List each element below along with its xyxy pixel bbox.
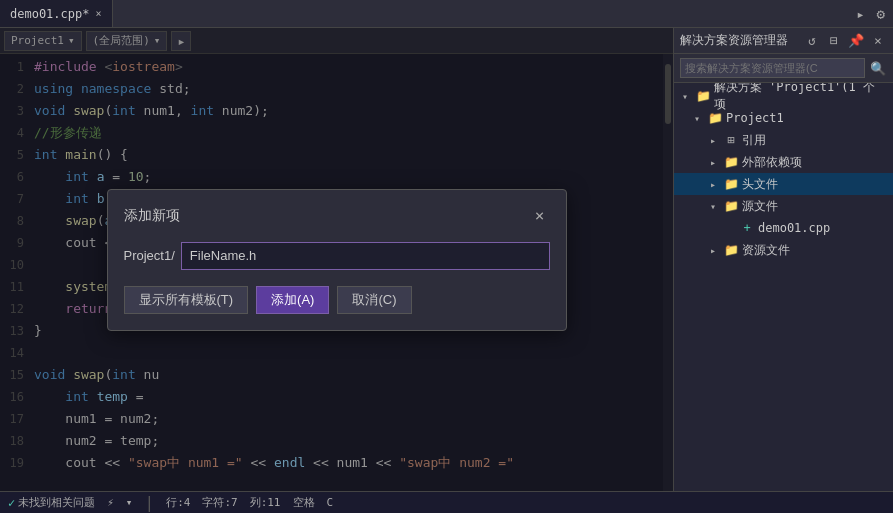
modal-path-label: Project1/ [124,248,175,263]
modal-footer: 显示所有模板(T) 添加(A) 取消(C) [124,286,550,314]
ref-icon: ⊞ [724,133,738,147]
tree-item-sources[interactable]: ▾ 📁 源文件 [674,195,893,217]
modal-body: Project1/ [124,242,550,270]
cancel-btn[interactable]: 取消(C) [337,286,411,314]
headers-folder-icon: 📁 [724,177,738,191]
add-btn[interactable]: 添加(A) [256,286,329,314]
status-sep1: | [144,493,154,512]
tree-item-extern[interactable]: ▸ 📁 外部依赖项 [674,151,893,173]
editor-tab[interactable]: demo01.cpp* × [0,0,113,27]
plus-icon: + [740,221,754,235]
ref-label: 引用 [742,132,766,149]
col-label: 字符:7 [202,495,237,510]
status-merge-icon: ⚡ [107,496,114,509]
sources-folder-icon: 📁 [724,199,738,213]
solution-folder-icon: 📁 [696,89,710,103]
tree-item-ref[interactable]: ▸ ⊞ 引用 [674,129,893,151]
sync-icon[interactable]: ↺ [803,32,821,50]
solution-label: 解决方案 'Project1'(1 个项 [714,83,885,113]
expand-headers-icon: ▸ [710,179,720,190]
status-check-label: 未找到相关问题 [18,495,95,510]
modal-overlay: 添加新项 × Project1/ 显示所有模板(T) 添加(A) 取消(C) [0,28,673,491]
expand-extern-icon: ▸ [710,157,720,168]
status-col: 字符:7 [202,495,237,510]
extern-label: 外部依赖项 [742,154,802,171]
search-area: 🔍 [674,54,893,83]
resources-label: 资源文件 [742,242,790,259]
solution-explorer-title: 解决方案资源管理器 [680,32,788,49]
search-icon[interactable]: 🔍 [869,59,887,77]
modal-header: 添加新项 × [124,206,550,226]
tree-item-solution[interactable]: ▾ 📁 解决方案 'Project1'(1 个项 [674,85,893,107]
solution-explorer-header: 解决方案资源管理器 ↺ ⊟ 📌 × [674,28,893,54]
tab-close-btn[interactable]: × [95,8,101,19]
tree-item-headers[interactable]: ▸ 📁 头文件 [674,173,893,195]
pin-icon[interactable]: 📌 [847,32,865,50]
status-pos: 列:11 [250,495,281,510]
expand-resources-icon: ▸ [710,245,720,256]
solution-tree: ▾ 📁 解决方案 'Project1'(1 个项 ▾ 📁 Project1 ▸ … [674,83,893,491]
status-row: 行:4 [166,495,190,510]
solution-search-input[interactable] [680,58,865,78]
panel-actions: ↺ ⊟ 📌 × [803,32,887,50]
tab-bar: demo01.cpp* × ▸ ⚙ [0,0,893,28]
encoding-label: C [327,496,334,509]
panel-close-icon[interactable]: × [869,32,887,50]
tab-actions: ▸ ⚙ [852,4,893,24]
space-label: 空格 [293,495,315,510]
tab-title: demo01.cpp* [10,7,89,21]
check-icon: ✓ [8,496,15,510]
filename-input[interactable] [181,242,550,270]
sources-label: 源文件 [742,198,778,215]
modal-title: 添加新项 [124,207,180,225]
demo01-label: demo01.cpp [758,221,830,235]
collapse-icon[interactable]: ⊟ [825,32,843,50]
status-encoding: C [327,496,334,509]
extern-folder-icon: 📁 [724,155,738,169]
status-bar: ✓ 未找到相关问题 ⚡ ▾ | 行:4 字符:7 列:11 空格 C [0,491,893,513]
expand-solution-icon: ▾ [682,91,692,102]
headers-label: 头文件 [742,176,778,193]
editor-area: Project1 ▾ (全局范围) ▾ ▸ 12345 678910 11121… [0,28,673,491]
show-templates-btn[interactable]: 显示所有模板(T) [124,286,249,314]
tree-item-demo01[interactable]: + demo01.cpp [674,217,893,239]
merge-icon: ⚡ [107,496,114,509]
right-panel: 解决方案资源管理器 ↺ ⊟ 📌 × 🔍 ▾ 📁 解决方案 'Project1'(… [673,28,893,491]
expand-project-icon: ▾ [694,113,704,124]
pos-label: 列:11 [250,495,281,510]
status-check: ✓ 未找到相关问题 [8,495,95,510]
status-space: 空格 [293,495,315,510]
expand-sources-icon: ▾ [710,201,720,212]
tree-item-resources[interactable]: ▸ 📁 资源文件 [674,239,893,261]
main-area: Project1 ▾ (全局范围) ▾ ▸ 12345 678910 11121… [0,28,893,491]
project-folder-icon: 📁 [708,111,722,125]
expand-ref-icon: ▸ [710,135,720,146]
project-label: Project1 [726,111,784,125]
resources-folder-icon: 📁 [724,243,738,257]
modal-close-btn[interactable]: × [530,206,550,226]
row-label: 行:4 [166,495,190,510]
add-new-item-dialog: 添加新项 × Project1/ 显示所有模板(T) 添加(A) 取消(C) [107,189,567,331]
tab-settings-btn[interactable]: ⚙ [873,4,889,24]
merge-dropdown[interactable]: ▾ [126,496,133,509]
tab-scroll-btn[interactable]: ▸ [852,4,868,24]
status-merge-arrow: ▾ [126,496,133,509]
